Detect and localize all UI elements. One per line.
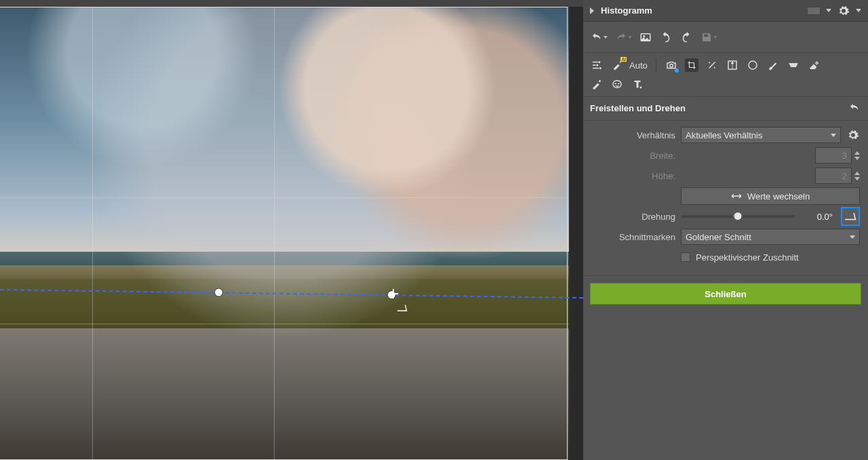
perspective-icon[interactable] (726, 58, 739, 72)
cropmarks-dropdown-icon (850, 235, 855, 239)
side-panel: Histogramm (583, 0, 868, 460)
cropmarks-value: Goldener Schnitt (686, 232, 751, 242)
horizon-cursor-icon (397, 303, 408, 315)
svg-point-11 (618, 83, 619, 84)
tools-row-2 (583, 77, 868, 97)
compare-original-icon[interactable] (639, 31, 652, 44)
grid-vertical-2 (274, 7, 275, 460)
undo-dropdown-icon[interactable] (604, 36, 608, 39)
cropmarks-select[interactable]: Goldener Schnitt (681, 229, 860, 245)
histogram-header[interactable]: Histogramm (583, 0, 868, 22)
close-button[interactable]: Schließen (590, 283, 861, 305)
camera-active-dot-icon (675, 69, 679, 73)
action-toolbar (583, 22, 868, 53)
rotate-left-icon[interactable] (659, 31, 673, 44)
svg-point-8 (599, 80, 601, 82)
swap-values-label: Werte wechseln (747, 191, 810, 202)
ratio-select[interactable]: Aktuelles Verhältnis (681, 127, 841, 143)
circle-icon[interactable] (746, 58, 760, 72)
straighten-icon[interactable] (705, 58, 719, 72)
grid-horizontal-1 (0, 197, 569, 198)
cropmarks-label: Schnittmarken (591, 232, 675, 242)
brush-icon[interactable] (766, 58, 780, 72)
auto-label[interactable]: Auto (629, 60, 648, 71)
undo-panel-icon[interactable] (848, 101, 861, 115)
svg-point-4 (599, 67, 601, 69)
swap-values-button[interactable]: Werte wechseln (681, 187, 860, 205)
svg-point-1 (643, 35, 645, 37)
grid-horizontal-2 (0, 324, 569, 324)
perspective-label: Perspektivischer Zuschnitt (696, 252, 799, 263)
svg-point-2 (598, 61, 600, 63)
svg-point-3 (596, 64, 598, 66)
caret-right-icon (590, 7, 594, 14)
tools-row-1: AI Auto (583, 53, 868, 77)
ratio-value: Aktuelles Verhältnis (686, 130, 762, 140)
redo-icon (614, 31, 628, 44)
height-label: Höhe: (591, 171, 675, 181)
redo-dropdown-icon (628, 36, 632, 39)
horizon-handle-end[interactable] (388, 291, 395, 299)
histogram-swatch-dropdown-icon[interactable] (826, 9, 831, 12)
canvas-top-bar (0, 0, 583, 7)
eraser-icon[interactable] (807, 58, 821, 72)
gear-icon[interactable] (837, 4, 850, 18)
gradient-icon[interactable] (787, 58, 800, 72)
gear-dropdown-icon[interactable] (856, 9, 861, 12)
crop-panel-title: Freistellen und Drehen (590, 103, 686, 113)
grid-vertical-1 (92, 7, 93, 460)
width-label: Breite: (591, 151, 675, 161)
ratio-dropdown-icon (831, 134, 836, 137)
ratio-label: Verhältnis (591, 130, 675, 140)
toolbar-divider (656, 58, 656, 72)
crop-icon[interactable] (685, 58, 698, 72)
image-canvas[interactable] (0, 0, 583, 460)
save-dropdown-icon (713, 36, 717, 39)
undo-icon[interactable] (590, 31, 604, 44)
text-icon[interactable] (631, 77, 644, 91)
height-spinner[interactable] (854, 172, 860, 180)
histogram-swatch-icon[interactable] (807, 7, 821, 15)
horizon-tool-button[interactable] (841, 207, 860, 226)
sliders-icon[interactable] (590, 58, 604, 72)
histogram-title: Histogramm (601, 5, 800, 16)
crop-panel-header: Freistellen und Drehen (583, 97, 868, 121)
heal-brush-icon[interactable] (590, 77, 604, 91)
rotation-slider-thumb[interactable] (734, 212, 743, 221)
camera-icon[interactable] (665, 58, 678, 72)
perspective-checkbox[interactable] (681, 252, 690, 262)
rotation-slider[interactable] (681, 215, 795, 218)
auto-enhance-icon[interactable]: AI (610, 58, 624, 72)
svg-point-5 (670, 64, 673, 68)
ratio-settings-gear-icon[interactable] (846, 128, 860, 142)
width-spinner[interactable] (854, 151, 860, 160)
rotation-label: Drehung (591, 212, 675, 222)
svg-point-10 (615, 83, 616, 84)
save-icon (700, 31, 713, 44)
svg-point-7 (749, 61, 757, 69)
rotation-value: 0.0° (800, 212, 833, 222)
crop-frame[interactable] (0, 7, 568, 460)
mask-icon[interactable] (610, 77, 624, 91)
close-button-label: Schließen (705, 289, 746, 299)
width-input[interactable] (815, 147, 852, 164)
height-input[interactable] (815, 168, 852, 184)
rotate-right-icon[interactable] (679, 31, 693, 44)
crop-form: Verhältnis Aktuelles Verhältnis Breite: … (583, 121, 868, 276)
